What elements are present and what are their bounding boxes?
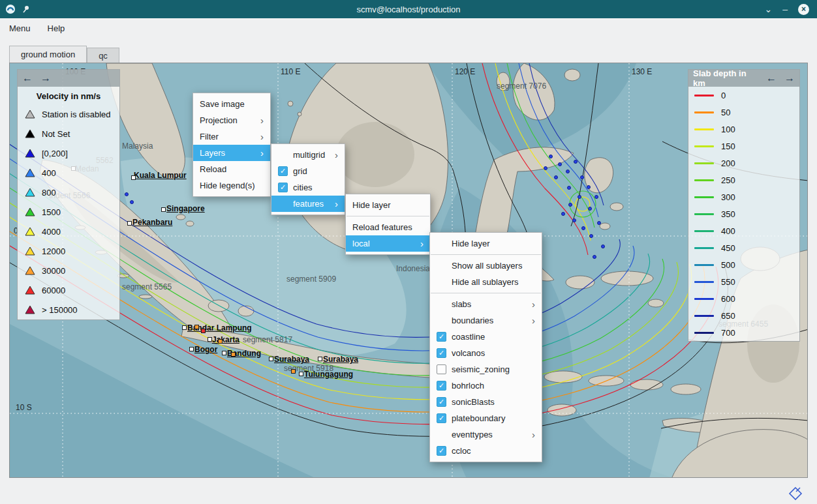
menu-item[interactable]: seismic_zoning › — [430, 361, 542, 378]
layers-submenu: multigrid › grid › cities › features › — [271, 143, 345, 215]
menu-item[interactable]: Hide all sublayers › — [430, 274, 542, 290]
menu-item[interactable]: grid › — [271, 163, 345, 179]
legend-item: 600 — [688, 290, 799, 307]
legend-item: 300 — [688, 188, 799, 205]
station-symbol — [25, 286, 35, 295]
menu-item[interactable]: local › — [346, 235, 430, 252]
legend-item: 350 — [688, 205, 799, 222]
checkbox-icon — [437, 397, 446, 407]
checkbox-icon — [278, 183, 288, 192]
station-symbol — [25, 129, 35, 138]
legend-next-button[interactable]: → — [784, 73, 795, 83]
station-symbol — [25, 207, 35, 216]
app-window: scmv@localhost/production ⌄ – × Menu Hel… — [0, 0, 817, 38]
menu-item[interactable]: volcanos › — [430, 345, 542, 361]
legend-prev-button[interactable]: ← — [22, 73, 33, 83]
menu-item[interactable]: eventtypes › — [430, 426, 542, 443]
checkbox-icon — [437, 332, 446, 342]
menu-item[interactable]: Save image › — [193, 96, 270, 112]
submenu-arrow-icon: › — [420, 239, 424, 248]
legend-item: 60000 — [18, 280, 119, 300]
menu-item[interactable]: cities › — [271, 179, 345, 196]
menu-item[interactable]: › — [431, 254, 541, 255]
menu-item[interactable]: features › — [271, 196, 345, 212]
menu-item[interactable]: Hide layer › — [346, 197, 430, 213]
chevron-down-icon[interactable]: ⌄ — [764, 5, 772, 14]
menu-item[interactable]: plateboundary › — [430, 410, 542, 426]
tab-ground-motion[interactable]: ground motion — [9, 46, 87, 63]
legend-item: 400 — [688, 222, 799, 239]
legend-item: 1500 — [18, 202, 119, 222]
submenu-arrow-icon: › — [260, 115, 264, 125]
legend-prev-button[interactable]: ← — [766, 73, 777, 83]
legend-item: 500 — [688, 256, 799, 273]
legend-item: 100 — [688, 121, 799, 138]
legend-item: 4000 — [18, 222, 119, 241]
station-symbol — [25, 227, 35, 236]
depth-color-swatch — [694, 213, 714, 215]
legend-item: 650 — [688, 307, 799, 324]
menu-item[interactable]: ccloc › — [430, 443, 542, 459]
window-title: scmv@localhost/production — [0, 5, 817, 14]
depth-color-swatch — [694, 281, 714, 283]
menu-item[interactable]: Hide legend(s) › — [193, 177, 270, 194]
legend-item: 550 — [688, 273, 799, 290]
station-symbol — [25, 188, 35, 197]
legend-title: Slab depth in km — [693, 68, 758, 88]
submenu-arrow-icon: › — [260, 132, 264, 141]
legend-item: 450 — [688, 239, 799, 256]
menu-item[interactable]: Hide layer › — [430, 235, 542, 252]
menu-item[interactable]: multigrid › — [271, 147, 345, 163]
legend-item: 150 — [688, 138, 799, 155]
submenu-arrow-icon: › — [532, 430, 535, 439]
legend-title: Velocity in nm/s — [18, 87, 119, 104]
depth-color-swatch — [694, 128, 714, 130]
menu-item[interactable]: Show all sublayers › — [430, 258, 542, 274]
map-view[interactable]: 100 E110 E120 E130 E010 SMalaysiaIndones… — [9, 63, 808, 478]
menu-item[interactable]: Reload features › — [346, 219, 430, 235]
submenu-arrow-icon: › — [532, 299, 535, 309]
app-icon — [5, 4, 16, 14]
menu-item[interactable]: Filter › — [193, 128, 270, 145]
close-button[interactable]: × — [798, 4, 809, 15]
menu-item[interactable]: slabs › — [430, 296, 542, 312]
menu-item[interactable]: › — [347, 216, 429, 216]
legend-header: Slab depth in km ← → — [688, 70, 799, 87]
depth-color-swatch — [694, 196, 714, 198]
menu-item[interactable]: Projection › — [193, 112, 270, 128]
legend-item: 50 — [688, 104, 799, 121]
velocity-legend-items: Station is disabled Not Set [0,200] — [18, 104, 119, 319]
menu-item[interactable]: Layers › — [193, 145, 270, 161]
menubar: Menu Help — [0, 18, 817, 38]
menu-item[interactable]: bohrloch › — [430, 378, 542, 394]
station-symbol — [25, 246, 35, 256]
menu-button[interactable]: Menu — [9, 23, 31, 33]
station-symbol — [25, 110, 35, 119]
legend-item: 250 — [688, 171, 799, 188]
depth-color-swatch — [694, 145, 714, 147]
menu-item[interactable]: Reload › — [193, 161, 270, 177]
pin-icon[interactable] — [21, 5, 30, 14]
station-symbol — [25, 149, 35, 158]
depth-color-swatch — [694, 179, 714, 181]
menu-item[interactable]: boundaries › — [430, 312, 542, 329]
legend-item: 30000 — [18, 261, 119, 280]
tab-qc[interactable]: qc — [87, 48, 119, 63]
menu-item[interactable]: sonicBlasts › — [430, 394, 542, 410]
checkbox-icon — [278, 166, 288, 176]
menu-item[interactable]: › — [431, 293, 541, 293]
depth-color-swatch — [694, 95, 714, 96]
menu-item[interactable]: coastline › — [430, 329, 542, 345]
help-button[interactable]: Help — [48, 23, 65, 33]
depth-color-swatch — [694, 111, 714, 113]
legend-item: 200 — [688, 155, 799, 171]
legend-item: Station is disabled — [18, 104, 119, 124]
checkbox-icon — [437, 413, 446, 423]
legend-item: Not Set — [18, 124, 119, 143]
depth-color-swatch — [694, 264, 714, 266]
legend-header: ← → — [18, 70, 119, 87]
legend-next-button[interactable]: → — [40, 73, 51, 83]
map-tool-icon[interactable] — [788, 486, 803, 501]
depth-color-swatch — [694, 247, 714, 249]
minimize-icon[interactable]: – — [782, 5, 788, 14]
